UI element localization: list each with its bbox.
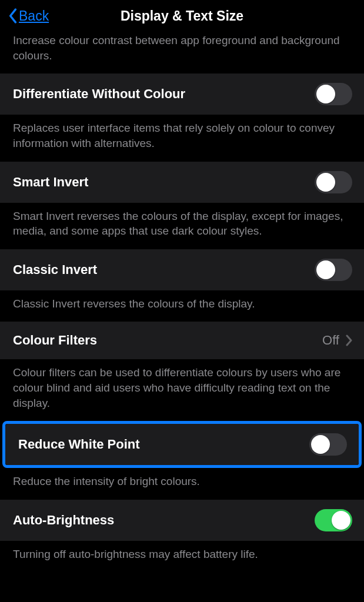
row-desc: Replaces user interface items that rely … [0, 115, 364, 161]
row-value: Off [322, 333, 339, 348]
toggle-classic-invert[interactable] [315, 259, 352, 281]
highlight-box: Reduce White Point [2, 421, 362, 468]
row-desc: Reduce the intensity of bright colours. [0, 468, 364, 500]
row-desc: Increase colour contrast between app for… [0, 32, 364, 73]
row-desc: Classic Invert reverses the colours of t… [0, 290, 364, 322]
settings-list: Increase colour contrast between app for… [0, 32, 364, 573]
toggle-reduce-white-point[interactable] [309, 433, 347, 456]
row-colour-filters[interactable]: Colour Filters Off [0, 322, 364, 359]
row-label: Differentiate Without Colour [13, 86, 185, 102]
toggle-auto-brightness[interactable] [315, 509, 352, 531]
row-desc: Colour filters can be used to differenti… [0, 359, 364, 421]
chevron-left-icon [8, 8, 18, 24]
row-label: Smart Invert [13, 175, 88, 190]
row-label: Colour Filters [13, 333, 97, 348]
toggle-smart-invert[interactable] [315, 171, 352, 193]
row-label: Reduce White Point [18, 437, 140, 452]
nav-bar: Back Display & Text Size [0, 0, 364, 32]
row-desc: Smart Invert reverses the colours of the… [0, 203, 364, 249]
back-button[interactable]: Back [0, 8, 49, 24]
back-label: Back [19, 8, 49, 24]
row-classic-invert[interactable]: Classic Invert [0, 249, 364, 290]
chevron-right-icon [345, 335, 352, 346]
row-auto-brightness[interactable]: Auto-Brightness [0, 500, 364, 541]
row-desc: Turning off auto-brightness may affect b… [0, 541, 364, 573]
toggle-differentiate-without-colour[interactable] [315, 83, 352, 105]
row-differentiate-without-colour[interactable]: Differentiate Without Colour [0, 73, 364, 115]
page-title: Display & Text Size [0, 8, 364, 24]
row-reduce-white-point[interactable]: Reduce White Point [5, 424, 359, 465]
row-label: Auto-Brightness [13, 513, 114, 528]
row-smart-invert[interactable]: Smart Invert [0, 162, 364, 203]
row-label: Classic Invert [13, 262, 97, 277]
row-value-accessory: Off [322, 333, 352, 348]
